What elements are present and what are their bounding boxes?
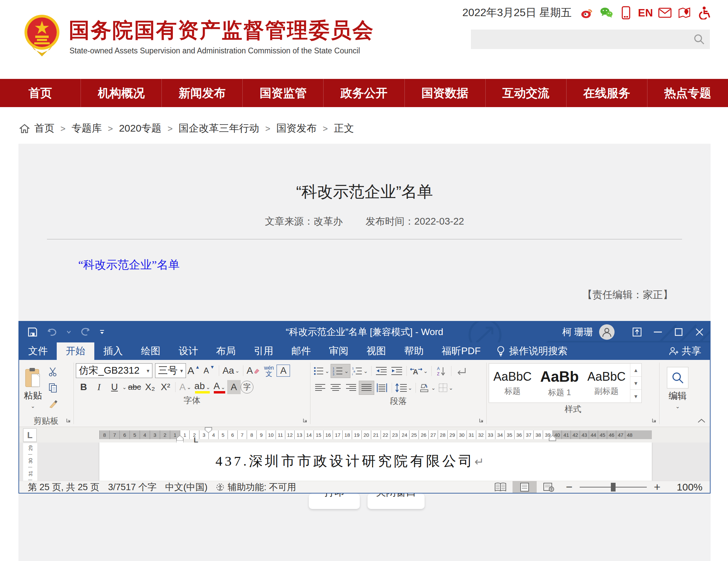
minimize-button[interactable]	[647, 322, 668, 342]
zoom-slider[interactable]	[580, 487, 647, 487]
font-color-button[interactable]: A ⌄	[212, 380, 227, 394]
align-left-button[interactable]	[312, 381, 328, 395]
paste-button[interactable]: 粘贴 ⌄	[20, 362, 45, 415]
accessibility-status[interactable]: 辅助功能: 不可用	[216, 481, 296, 493]
character-border-button[interactable]: A	[277, 365, 290, 377]
mail-icon[interactable]	[658, 6, 672, 19]
highlight-color-button[interactable]: ab ⌄	[193, 380, 212, 394]
breadcrumb-link[interactable]: 专题库	[54, 122, 102, 135]
align-center-button[interactable]	[328, 381, 343, 395]
font-size-combo[interactable]: 三号▾	[155, 363, 186, 378]
text-effects-button[interactable]: A⌄	[178, 380, 193, 394]
font-name-combo[interactable]: 仿宋_GB2312▾	[76, 363, 152, 378]
close-window-button[interactable]: 关闭窗口	[368, 494, 425, 509]
tab-file[interactable]: 文件	[19, 342, 57, 360]
bold-button[interactable]: B	[76, 380, 91, 394]
accessibility-icon[interactable]	[697, 6, 711, 19]
nav-item[interactable]: 政务公开	[324, 79, 404, 107]
tab-references[interactable]: 引用	[245, 342, 282, 360]
breadcrumb-link[interactable]: 正文	[317, 122, 354, 135]
breadcrumb-link[interactable]: 国资发布	[259, 122, 317, 135]
document-page[interactable]: 437.深圳市市政设计研究院有限公司↵	[99, 442, 652, 481]
document-area[interactable]: 29 30 31 437.深圳市市政设计研究院有限公司↵	[19, 442, 710, 481]
word-count[interactable]: 3/7517 个字	[108, 481, 156, 493]
tab-home[interactable]: 开始	[57, 342, 94, 360]
search-icon[interactable]	[688, 30, 710, 49]
underline-button[interactable]: U	[107, 380, 122, 394]
signed-in-user[interactable]: 柯 珊珊	[562, 326, 593, 338]
zoom-slider-handle[interactable]	[611, 483, 616, 492]
superscript-button[interactable]: X²	[158, 380, 173, 394]
style-card-heading1[interactable]: AaBb 标题 1	[536, 364, 583, 403]
wechat-icon[interactable]	[600, 6, 613, 19]
page-indicator[interactable]: 第 25 页, 共 25 页	[28, 481, 99, 493]
increase-indent-button[interactable]	[389, 364, 404, 378]
font-dialog-launcher-icon[interactable]	[303, 418, 307, 424]
line-spacing-button[interactable]: ⌄	[394, 381, 414, 395]
print-layout-icon[interactable]	[513, 481, 537, 493]
share-button[interactable]: 共享	[660, 342, 710, 360]
zoom-in-button[interactable]: +	[649, 480, 666, 494]
styles-dialog-launcher-icon[interactable]	[652, 418, 657, 424]
zoom-out-button[interactable]: −	[561, 480, 578, 494]
ribbon-display-options-icon[interactable]	[627, 322, 647, 342]
style-card-title[interactable]: AaBbC 标题	[489, 364, 536, 403]
show-hide-marks-button[interactable]	[453, 364, 469, 378]
tab-foxit-pdf[interactable]: 福昕PDF	[433, 342, 490, 360]
mobile-icon[interactable]	[619, 6, 633, 19]
copy-icon[interactable]	[45, 381, 61, 395]
location-icon[interactable]	[678, 6, 691, 19]
search-input[interactable]	[471, 30, 688, 49]
breadcrumb-link[interactable]: 2020专题	[102, 122, 161, 135]
collapse-ribbon-icon[interactable]	[697, 418, 706, 425]
tab-draw[interactable]: 绘图	[132, 342, 169, 360]
tab-mailings[interactable]: 邮件	[282, 342, 320, 360]
tab-layout[interactable]: 布局	[207, 342, 245, 360]
style-scroll-up-icon[interactable]: ▲	[630, 364, 641, 376]
underline-dropdown-icon[interactable]: ⌄	[122, 384, 127, 390]
tab-help[interactable]: 帮助	[395, 342, 433, 360]
phonetic-guide-button[interactable]: wén 文	[261, 364, 277, 378]
nav-item[interactable]: 在线服务	[567, 79, 647, 107]
nav-item[interactable]: 机构概况	[81, 79, 162, 107]
strikethrough-button[interactable]: abc	[127, 380, 142, 394]
nav-item[interactable]: 首页	[0, 79, 81, 107]
editing-button[interactable]: 编辑 ⌄	[662, 362, 694, 415]
vertical-ruler[interactable]: 29 30 31	[23, 443, 37, 481]
zoom-percentage[interactable]: 100%	[666, 481, 702, 493]
italic-button[interactable]: I	[91, 380, 107, 394]
bullets-button[interactable]: ⌄	[312, 364, 331, 378]
shrink-font-button[interactable]: A▼	[201, 364, 217, 378]
style-gallery-more-icon[interactable]: ▼	[630, 389, 641, 403]
nav-item[interactable]: 新闻发布	[162, 79, 243, 107]
tab-view[interactable]: 视图	[357, 342, 395, 360]
tab-selector[interactable]: L	[23, 428, 37, 442]
sort-button[interactable]: AZ	[434, 364, 449, 378]
document-text-line[interactable]: 437.深圳市市政设计研究院有限公司↵	[215, 452, 484, 470]
grow-font-button[interactable]: A▲	[186, 364, 201, 378]
web-layout-icon[interactable]	[537, 481, 561, 493]
borders-button[interactable]: ⌄	[437, 381, 454, 395]
tab-insert[interactable]: 插入	[94, 342, 132, 360]
change-case-button[interactable]: Aa⌄	[221, 364, 241, 378]
shading-button[interactable]: ⌄	[418, 381, 437, 395]
nav-item[interactable]: 互动交流	[486, 79, 567, 107]
align-right-button[interactable]	[343, 381, 359, 395]
nav-item[interactable]: 国资数据	[405, 79, 486, 107]
read-mode-icon[interactable]	[488, 481, 513, 493]
maximize-button[interactable]	[668, 322, 689, 342]
cut-icon[interactable]	[45, 365, 61, 379]
format-painter-icon[interactable]	[45, 397, 61, 411]
tab-design[interactable]: 设计	[169, 342, 207, 360]
weibo-icon[interactable]	[580, 6, 594, 19]
character-shading-button[interactable]: A	[227, 380, 241, 394]
subscript-button[interactable]: X₂	[142, 380, 158, 394]
distribute-button[interactable]	[374, 381, 390, 395]
justify-button[interactable]	[359, 381, 374, 395]
nav-item[interactable]: 国资监管	[243, 79, 324, 107]
clipboard-dialog-launcher-icon[interactable]	[66, 418, 71, 424]
language-toggle[interactable]: EN	[639, 6, 652, 19]
nav-item[interactable]: 热点专题	[647, 79, 728, 107]
asian-layout-button[interactable]: A ⌄	[409, 364, 429, 378]
avatar[interactable]	[599, 324, 615, 340]
